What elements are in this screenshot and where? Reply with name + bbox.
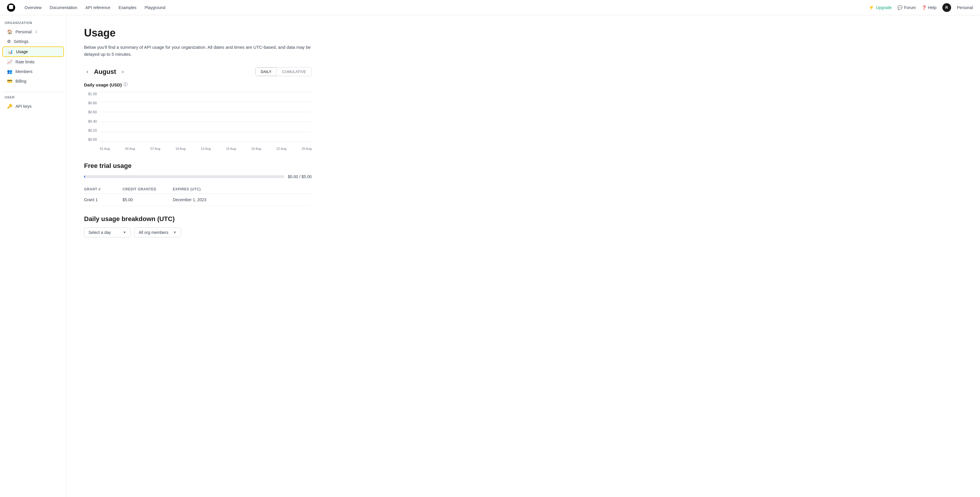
y-label-4: $0.40 xyxy=(84,119,97,124)
y-label-2: $0.80 xyxy=(84,101,97,105)
home-icon: 🏠 xyxy=(7,29,13,35)
usage-icon: 📊 xyxy=(8,49,13,54)
upgrade-button[interactable]: ⚡ Upgrade xyxy=(869,5,892,10)
sidebar-item-billing[interactable]: 💳 Billing xyxy=(2,76,64,86)
progress-bar-container xyxy=(84,175,284,178)
nav-right: ⚡ Upgrade 💬 Forum ❓ Help R Personal xyxy=(869,3,973,12)
upgrade-icon: ⚡ xyxy=(869,5,874,10)
help-label: Help xyxy=(928,5,937,10)
select-day-label: Select a day xyxy=(88,230,111,235)
select-members-label: All org members xyxy=(138,230,169,235)
forum-label: Forum xyxy=(904,5,915,10)
grid-line-4 xyxy=(100,122,312,122)
chart-header: ‹ August › DAILY CUMULATIVE xyxy=(84,67,312,76)
grid-line-6 xyxy=(100,142,312,142)
sidebar-divider xyxy=(2,92,64,92)
progress-bar-fill xyxy=(84,175,85,178)
x-label-4: 10 Aug xyxy=(175,147,185,150)
upgrade-label: Upgrade xyxy=(876,5,892,10)
sidebar-item-rate-limits[interactable]: 📈 Rate limits xyxy=(2,57,64,67)
chart-plot xyxy=(100,92,312,142)
grid-line-5 xyxy=(100,132,312,132)
sidebar: ORGANIZATION 🏠 Personal ℹ ⚙ Settings 📊 U… xyxy=(0,15,67,497)
help-link[interactable]: ❓ Help xyxy=(922,5,937,10)
nav-api-reference[interactable]: API reference xyxy=(86,5,111,10)
select-members-dropdown[interactable]: All org members ▼ xyxy=(134,228,181,237)
sidebar-item-usage[interactable]: 📊 Usage xyxy=(2,46,64,57)
grid-line-3 xyxy=(100,112,312,112)
progress-row: $0.00 / $5.00 xyxy=(84,174,312,179)
chart-area: $1.00 $0.80 $0.60 $0.40 $0.20 $0.00 xyxy=(84,92,312,150)
view-toggle: DAILY CUMULATIVE xyxy=(255,67,312,76)
sidebar-billing-label: Billing xyxy=(16,79,26,83)
col-credit: CREDIT GRANTED xyxy=(123,187,169,191)
rate-limits-icon: 📈 xyxy=(7,59,13,65)
members-icon: 👥 xyxy=(7,69,13,74)
nav-examples[interactable]: Examples xyxy=(118,5,136,10)
chart-info-icon[interactable]: ⓘ xyxy=(123,82,127,87)
sidebar-item-personal[interactable]: 🏠 Personal ℹ xyxy=(2,27,64,37)
billing-icon: 💳 xyxy=(7,78,13,84)
chart-title: Daily usage (USD) ⓘ xyxy=(84,82,312,87)
x-label-1: 01 Aug xyxy=(100,147,110,150)
nav-documentation[interactable]: Documentation xyxy=(49,5,77,10)
breakdown-dropdowns: Select a day ▼ All org members ▼ xyxy=(84,228,312,237)
sidebar-settings-label: Settings xyxy=(14,39,29,44)
x-label-2: 04 Aug xyxy=(125,147,135,150)
user-section-label: USER xyxy=(0,96,66,101)
breakdown-title: Daily usage breakdown (UTC) xyxy=(84,215,312,223)
progress-label: $0.00 / $5.00 xyxy=(288,174,312,179)
sidebar-item-settings[interactable]: ⚙ Settings xyxy=(2,37,64,46)
free-trial-section: Free trial usage $0.00 / $5.00 GRANT # C… xyxy=(84,162,312,206)
y-label-6: $0.00 xyxy=(84,137,97,142)
forum-icon: 💬 xyxy=(897,5,902,10)
chart-y-axis: $1.00 $0.80 $0.60 $0.40 $0.20 $0.00 xyxy=(84,92,97,142)
x-label-6: 16 Aug xyxy=(226,147,236,150)
user-section: USER 🔑 API keys xyxy=(0,96,66,111)
next-month-button[interactable]: › xyxy=(120,67,126,76)
page-title: Usage xyxy=(84,27,312,39)
sidebar-item-api-keys[interactable]: 🔑 API keys xyxy=(2,102,64,111)
layout: ORGANIZATION 🏠 Personal ℹ ⚙ Settings 📊 U… xyxy=(0,15,980,497)
org-section: ORGANIZATION 🏠 Personal ℹ ⚙ Settings 📊 U… xyxy=(0,21,66,86)
avatar[interactable]: R xyxy=(942,3,951,12)
main-content: Usage Below you'll find a summary of API… xyxy=(67,15,329,497)
select-day-dropdown[interactable]: Select a day ▼ xyxy=(84,228,131,237)
sidebar-usage-label: Usage xyxy=(16,49,28,54)
daily-view-button[interactable]: DAILY xyxy=(256,67,277,76)
cumulative-view-button[interactable]: CUMULATIVE xyxy=(277,67,312,76)
personal-label: Personal xyxy=(957,5,973,10)
prev-month-button[interactable]: ‹ xyxy=(84,67,91,76)
sidebar-item-members[interactable]: 👥 Members xyxy=(2,67,64,76)
y-label-5: $0.20 xyxy=(84,129,97,132)
table-header: GRANT # CREDIT GRANTED EXPIRES (UTC) xyxy=(84,185,312,194)
cell-grant-1: Grant 1 xyxy=(84,198,119,202)
page-description: Below you'll find a summary of API usage… xyxy=(84,44,312,58)
openai-logo xyxy=(7,3,15,12)
x-label-7: 19 Aug xyxy=(251,147,261,150)
sidebar-members-label: Members xyxy=(16,69,32,74)
select-members-chevron: ▼ xyxy=(173,230,177,234)
nav-links: Overview Documentation API reference Exa… xyxy=(24,5,165,10)
forum-link[interactable]: 💬 Forum xyxy=(897,5,915,10)
top-nav: Overview Documentation API reference Exa… xyxy=(0,0,980,15)
sidebar-personal-label: Personal xyxy=(16,30,32,34)
free-trial-title: Free trial usage xyxy=(84,162,312,170)
table-row: Grant 1 $5.00 December 1, 2023 xyxy=(84,194,312,206)
select-day-chevron: ▼ xyxy=(123,230,126,234)
nav-playground[interactable]: Playground xyxy=(145,5,165,10)
x-label-5: 13 Aug xyxy=(201,147,211,150)
cell-credit-1: $5.00 xyxy=(123,198,169,202)
sidebar-rate-limits-label: Rate limits xyxy=(16,60,35,64)
x-label-9: 25 Aug xyxy=(302,147,312,150)
org-section-label: ORGANIZATION xyxy=(0,21,66,27)
chart-x-axis: 01 Aug 04 Aug 07 Aug 10 Aug 13 Aug 16 Au… xyxy=(100,147,312,150)
help-icon: ❓ xyxy=(922,5,927,10)
col-expires: EXPIRES (UTC) xyxy=(173,187,231,191)
x-label-8: 22 Aug xyxy=(276,147,286,150)
y-label-1: $1.00 xyxy=(84,92,97,96)
nav-overview[interactable]: Overview xyxy=(24,5,41,10)
x-label-3: 07 Aug xyxy=(150,147,160,150)
api-keys-icon: 🔑 xyxy=(7,104,13,109)
chart-container: Daily usage (USD) ⓘ $1.00 $0.80 $0.60 $0… xyxy=(84,82,312,150)
